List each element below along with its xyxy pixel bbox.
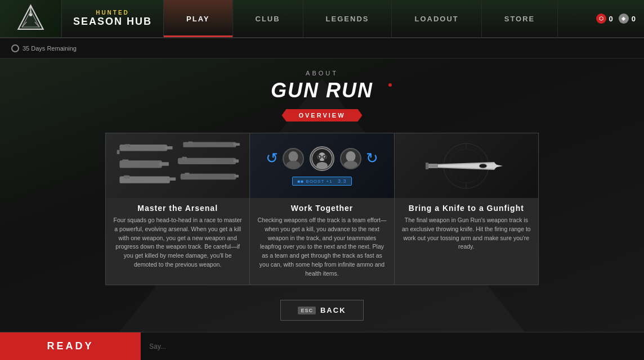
card-2-desc: Checking weapons off the track is a team… <box>250 216 393 285</box>
currency-coin-value: 0 <box>609 15 613 23</box>
say-placeholder: Say... <box>149 343 166 350</box>
svg-rect-7 <box>125 144 130 147</box>
svg-rect-15 <box>159 162 169 166</box>
timer-badge: 35 Days Remaining <box>11 44 77 52</box>
knife-visual <box>395 133 538 198</box>
card-master-arsenal: Master the Arsenal Four squads go head-t… <box>105 133 249 285</box>
nav-tabs: PLAY CLUB LEGENDS LOADOUT STORE <box>164 0 588 37</box>
tab-store[interactable]: STORE <box>482 0 558 37</box>
esc-key-label: ESC <box>298 307 316 314</box>
svg-rect-9 <box>117 150 119 154</box>
main-content: ABOUT Gun Run OVERVIEW <box>0 58 644 360</box>
card-bring-knife: Bring a Knife to a Gunfight The final we… <box>395 133 539 285</box>
boost-bar: ■■ BOOST +1 3.3 <box>292 177 351 186</box>
overview-badge: OVERVIEW <box>281 109 362 122</box>
currency-coin-icon: ⬡ <box>596 14 606 24</box>
top-navigation: HUNTED SEASON HUB PLAY CLUB LEGENDS LOAD… <box>0 0 644 38</box>
nav-logo <box>0 0 62 37</box>
season-info: HUNTED SEASON HUB <box>62 0 164 37</box>
timer-icon <box>11 44 19 52</box>
currency-coins: ⬡ 0 <box>596 14 613 24</box>
svg-marker-46 <box>494 164 503 168</box>
svg-point-3 <box>29 13 33 16</box>
bottom-bar: READY Say... <box>0 332 644 360</box>
say-input-area[interactable]: Say... <box>141 343 644 350</box>
svg-rect-8 <box>164 146 172 150</box>
about-label: ABOUT <box>306 70 338 76</box>
red-dot-decoration <box>388 83 392 87</box>
svg-rect-17 <box>182 157 186 160</box>
season-title: SEASON HUB <box>73 16 152 28</box>
back-button[interactable]: ESC BACK <box>280 300 363 321</box>
card-team-image: ↻ <box>250 133 393 198</box>
svg-rect-30 <box>320 159 324 161</box>
timer-text: 35 Days Remaining <box>23 45 77 52</box>
back-button-label: BACK <box>320 306 346 314</box>
svg-rect-20 <box>124 175 129 178</box>
tab-play[interactable]: PLAY <box>164 0 232 37</box>
svg-rect-23 <box>185 173 189 176</box>
card-work-together: ↻ <box>249 133 394 285</box>
svg-rect-21 <box>167 177 176 181</box>
currency-display: ⬡ 0 ◈ 0 <box>588 0 644 37</box>
center-emblem <box>310 146 334 171</box>
card-weapons-image <box>106 133 249 198</box>
svg-rect-11 <box>188 141 193 144</box>
mode-title: Gun Run <box>271 79 373 102</box>
tab-loadout[interactable]: LOADOUT <box>392 0 481 37</box>
svg-rect-24 <box>234 174 239 177</box>
card-2-title: Work Together <box>250 198 393 216</box>
apex-logo-icon <box>14 2 48 35</box>
player-head-2 <box>340 148 361 169</box>
currency-crafting: ◈ 0 <box>619 14 636 24</box>
ready-button[interactable]: READY <box>0 332 141 360</box>
svg-rect-14 <box>122 159 128 163</box>
svg-rect-12 <box>233 143 239 146</box>
svg-point-26 <box>287 160 301 168</box>
tab-legends[interactable]: LEGENDS <box>303 0 392 37</box>
svg-point-34 <box>346 151 355 161</box>
tab-club[interactable]: CLUB <box>233 0 303 37</box>
team-visual: ↻ <box>250 133 393 198</box>
svg-point-35 <box>344 160 358 168</box>
svg-rect-45 <box>426 163 428 169</box>
currency-crafting-icon: ◈ <box>619 14 629 24</box>
svg-rect-18 <box>233 159 238 163</box>
card-1-title: Master the Arsenal <box>106 198 249 216</box>
currency-crafting-value: 0 <box>632 15 636 23</box>
ready-label: READY <box>47 340 93 352</box>
sub-navigation: 35 Days Remaining <box>0 38 644 58</box>
player-head-1 <box>283 148 304 169</box>
cards-row: Master the Arsenal Four squads go head-t… <box>105 133 539 285</box>
svg-point-29 <box>316 162 328 169</box>
svg-point-25 <box>288 151 298 161</box>
card-knife-image <box>395 133 538 198</box>
svg-point-47 <box>479 164 487 168</box>
card-1-desc: Four squads go head-to-head in a race to… <box>106 216 249 276</box>
card-3-desc: The final weapon in Gun Run's weapon tra… <box>395 216 538 258</box>
card-3-title: Bring a Knife to a Gunfight <box>395 198 538 216</box>
season-subtitle: HUNTED <box>96 10 129 16</box>
